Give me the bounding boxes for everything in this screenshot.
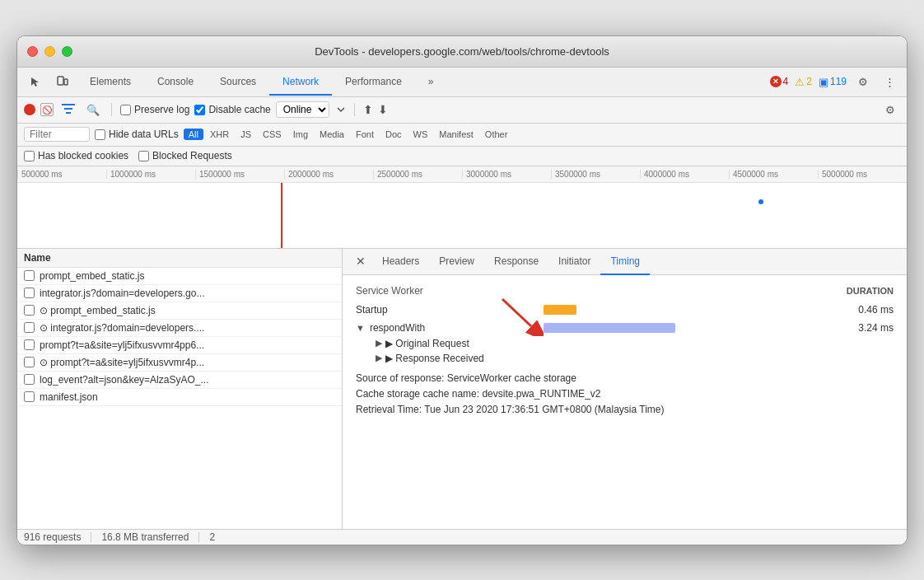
tick-4: 2500000 ms <box>373 170 462 179</box>
error-icon: ✕ <box>770 76 782 87</box>
tab-more[interactable]: » <box>415 69 447 96</box>
filter-media-btn[interactable]: Media <box>315 129 349 140</box>
request-row[interactable]: ⊙ prompt_embed_static.js <box>17 302 342 320</box>
startup-value: 0.46 ms <box>844 304 894 316</box>
request-row[interactable]: ⊙ prompt?t=a&site=ylj5ifxusvvmr4p... <box>17 354 342 372</box>
detail-tab-headers[interactable]: Headers <box>372 249 429 275</box>
maximize-button[interactable] <box>62 46 72 57</box>
detail-tab-initiator[interactable]: Initiator <box>548 249 600 275</box>
minimize-button[interactable] <box>44 46 55 57</box>
toolbar-divider2 <box>354 103 355 116</box>
detail-tab-response[interactable]: Response <box>484 249 548 275</box>
tab-console[interactable]: Console <box>144 69 207 96</box>
main-content: Name prompt_embed_static.js integrator.j… <box>17 249 907 529</box>
retrieval-label: Retrieval Time: Tue Jun 23 2020 17:36:51… <box>356 402 894 418</box>
req-checkbox-3[interactable] <box>24 322 35 333</box>
filter-xhr-btn[interactable]: XHR <box>205 129 234 140</box>
response-received-toggle[interactable]: ▶ <box>376 353 382 363</box>
settings-btn[interactable]: ⚙ <box>853 72 873 91</box>
window-title: DevTools - developers.google.com/web/too… <box>315 45 609 58</box>
request-row[interactable]: integrator.js?domain=developers.go... <box>17 285 342 302</box>
timing-content: Service Worker DURATION Startup <box>343 275 907 428</box>
detail-tab-timing[interactable]: Timing <box>600 249 650 275</box>
detail-close-btn[interactable]: ✕ <box>349 251 372 271</box>
startup-label: Startup <box>356 304 438 316</box>
timeline-area: 500000 ms 1000000 ms 1500000 ms 2000000 … <box>17 166 907 249</box>
tab-network[interactable]: Network <box>269 69 332 96</box>
device-toolbar-btn[interactable] <box>50 72 73 91</box>
upload-btn[interactable]: ⬆ <box>363 103 373 116</box>
throttle-chevron[interactable] <box>336 105 346 115</box>
response-received-label: ▶ Response Received <box>385 353 484 364</box>
has-blocked-row: Has blocked cookies Blocked Requests <box>17 147 907 166</box>
filter-other-btn[interactable]: Other <box>480 129 513 140</box>
filter-img-btn[interactable]: Img <box>288 129 313 140</box>
error-count: 4 <box>783 76 789 87</box>
req-checkbox-1[interactable] <box>24 288 35 298</box>
traffic-lights <box>27 46 72 57</box>
preserve-log-checkbox[interactable] <box>120 105 131 115</box>
req-checkbox-7[interactable] <box>24 391 35 402</box>
disable-cache-label[interactable]: Disable cache <box>194 104 270 115</box>
req-name-5: ⊙ prompt?t=a&site=ylj5ifxusvvmr4p... <box>40 357 204 368</box>
req-checkbox-4[interactable] <box>24 339 35 350</box>
request-row[interactable]: ⊙ integrator.js?domain=developers.... <box>17 320 342 337</box>
filter-btn[interactable] <box>58 102 78 118</box>
timeline-ruler: 500000 ms 1000000 ms 1500000 ms 2000000 … <box>17 166 907 183</box>
has-blocked-cookies-checkbox[interactable] <box>24 151 35 161</box>
detail-tab-preview[interactable]: Preview <box>429 249 484 275</box>
req-checkbox-6[interactable] <box>24 374 35 385</box>
req-name-1: integrator.js?domain=developers.go... <box>40 288 204 299</box>
clear-btn[interactable]: 🚫 <box>40 103 54 116</box>
request-row[interactable]: prompt_embed_static.js <box>17 268 342 285</box>
req-checkbox-0[interactable] <box>24 270 35 281</box>
filter-doc-btn[interactable]: Doc <box>380 129 407 140</box>
req-name-6: log_event?alt=json&key=AlzaSyAO_... <box>40 374 208 386</box>
tick-0: 500000 ms <box>17 170 106 179</box>
timing-duration-label: DURATION <box>847 286 894 296</box>
cache-name-label: Cache storage cache name: devsite.pwa_RU… <box>356 386 894 402</box>
more-options-btn[interactable]: ⋮ <box>880 72 900 91</box>
filter-input[interactable] <box>30 129 79 140</box>
original-request-label: ▶ Original Request <box>385 338 469 349</box>
preserve-log-label[interactable]: Preserve log <box>120 104 189 115</box>
source-label: Source of response: ServiceWorker cache … <box>356 371 894 386</box>
tab-sources[interactable]: Sources <box>207 69 269 96</box>
detail-panel: ✕ Headers Preview Response Initiator Tim… <box>343 249 907 529</box>
tab-performance[interactable]: Performance <box>332 69 415 96</box>
toolbar-divider <box>111 103 112 116</box>
search-btn[interactable]: 🔍 <box>83 102 103 118</box>
req-checkbox-5[interactable] <box>24 357 35 367</box>
blocked-requests-checkbox[interactable] <box>138 151 149 161</box>
respond-with-toggle[interactable]: ▼ <box>356 323 365 333</box>
filter-css-btn[interactable]: CSS <box>258 129 287 140</box>
record-btn[interactable] <box>24 104 35 115</box>
filter-js-btn[interactable]: JS <box>236 129 256 140</box>
request-row[interactable]: manifest.json <box>17 389 342 406</box>
hide-data-urls-checkbox[interactable] <box>95 129 105 140</box>
throttle-select[interactable]: Online <box>276 101 329 118</box>
detail-tabs: ✕ Headers Preview Response Initiator Tim… <box>343 249 907 275</box>
original-request-toggle[interactable]: ▶ <box>376 338 382 348</box>
filter-ws-btn[interactable]: WS <box>408 129 433 140</box>
download-btn[interactable]: ⬇ <box>378 103 388 116</box>
hide-data-urls-label[interactable]: Hide data URLs <box>95 129 179 140</box>
filter-font-btn[interactable]: Font <box>351 129 379 140</box>
filter-manifest-btn[interactable]: Manifest <box>434 129 478 140</box>
inspector-tool-btn[interactable] <box>24 72 47 91</box>
has-blocked-cookies-label[interactable]: Has blocked cookies <box>24 150 128 161</box>
timing-startup-row: Startup <box>356 303 894 316</box>
request-row[interactable]: prompt?t=a&site=ylj5ifxusvvmr4pp6... <box>17 337 342 354</box>
close-button[interactable] <box>27 46 38 57</box>
req-name-0: prompt_embed_static.js <box>40 270 144 282</box>
request-row[interactable]: log_event?alt=json&key=AlzaSyAO_... <box>17 372 342 389</box>
tab-elements[interactable]: Elements <box>77 69 144 96</box>
blocked-requests-label[interactable]: Blocked Requests <box>138 150 232 161</box>
network-settings-btn[interactable]: ⚙ <box>880 101 900 119</box>
req-checkbox-2[interactable] <box>24 305 35 316</box>
filter-all-btn[interactable]: All <box>184 129 203 140</box>
timing-section-header: Service Worker DURATION <box>356 285 894 297</box>
info-icon: ▣ <box>819 76 828 88</box>
disable-cache-checkbox[interactable] <box>194 105 205 115</box>
tick-7: 4000000 ms <box>640 170 729 179</box>
